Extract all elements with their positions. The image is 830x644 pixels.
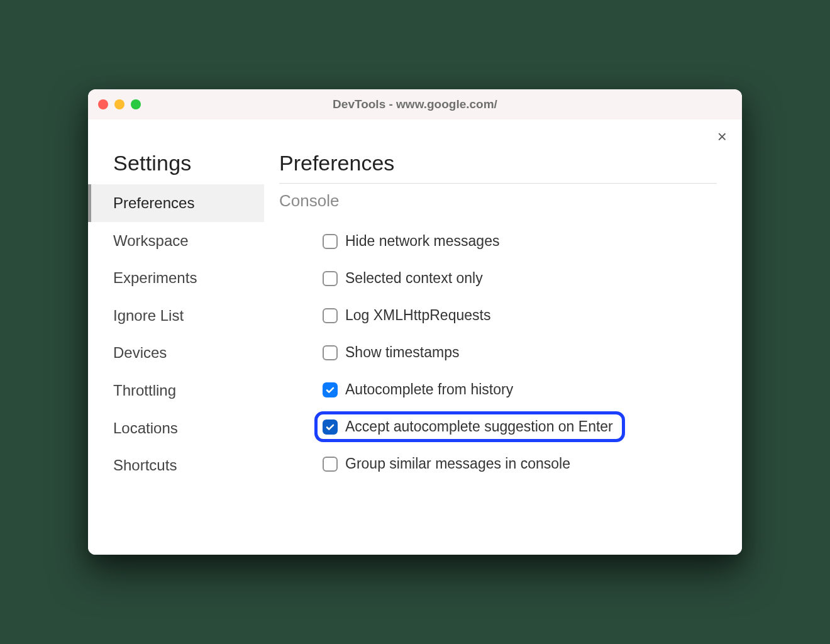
close-window-button[interactable] [98,99,108,109]
option-label: Autocomplete from history [345,381,513,398]
option-show-timestamps[interactable]: Show timestamps [314,337,468,368]
sidebar-title: Settings [88,145,264,184]
option-selected-context-only[interactable]: Selected context only [314,263,491,294]
sidebar-item-label: Locations [113,419,178,436]
option-accept-autocomplete-suggestion-on-enter[interactable]: Accept autocomplete suggestion on Enter [314,411,625,442]
checkbox[interactable] [323,308,338,323]
sidebar: Settings PreferencesWorkspaceExperiments… [88,132,264,555]
main-panel: Preferences Console Hide network message… [264,132,742,555]
sidebar-item-workspace[interactable]: Workspace [88,222,264,260]
sidebar-item-label: Throttling [113,382,176,399]
sidebar-item-label: Shortcuts [113,457,177,474]
option-autocomplete-from-history[interactable]: Autocomplete from history [314,374,521,405]
divider [279,183,717,184]
maximize-window-button[interactable] [131,99,141,109]
option-label: Hide network messages [345,233,499,250]
sidebar-item-throttling[interactable]: Throttling [88,372,264,409]
option-label: Log XMLHttpRequests [345,307,490,324]
option-log-xmlhttprequests[interactable]: Log XMLHttpRequests [314,300,499,331]
section-heading: Console [279,191,717,211]
sidebar-item-label: Workspace [113,232,189,249]
minimize-window-button[interactable] [114,99,124,109]
option-group-similar-messages-in-console[interactable]: Group similar messages in console [314,448,578,479]
sidebar-item-shortcuts[interactable]: Shortcuts [88,447,264,484]
checkbox[interactable] [323,382,338,397]
sidebar-item-label: Ignore List [113,307,184,324]
option-hide-network-messages[interactable]: Hide network messages [314,226,507,257]
option-label: Selected context only [345,270,483,287]
close-icon[interactable]: × [717,128,727,145]
sidebar-item-label: Experiments [113,269,197,286]
sidebar-item-label: Preferences [113,194,194,211]
titlebar: DevTools - www.google.com/ [88,89,742,119]
sidebar-item-experiments[interactable]: Experiments [88,259,264,297]
checkbox[interactable] [323,345,338,360]
checkbox[interactable] [323,457,338,472]
checkbox[interactable] [323,271,338,286]
window-title: DevTools - www.google.com/ [88,97,742,111]
sidebar-item-preferences[interactable]: Preferences [88,184,264,222]
sidebar-item-ignore-list[interactable]: Ignore List [88,297,264,335]
sidebar-item-locations[interactable]: Locations [88,409,264,447]
settings-body: × Settings PreferencesWorkspaceExperimen… [88,119,742,555]
window: DevTools - www.google.com/ × Settings Pr… [88,89,742,555]
checkbox[interactable] [323,419,338,435]
sidebar-item-label: Devices [113,344,167,361]
option-label: Show timestamps [345,344,460,361]
option-label: Group similar messages in console [345,455,570,472]
options-list: Hide network messagesSelected context on… [279,226,717,479]
checkbox[interactable] [323,234,338,249]
option-label: Accept autocomplete suggestion on Enter [345,418,613,435]
traffic-lights [98,99,141,109]
sidebar-item-devices[interactable]: Devices [88,334,264,372]
page-title: Preferences [279,145,717,183]
